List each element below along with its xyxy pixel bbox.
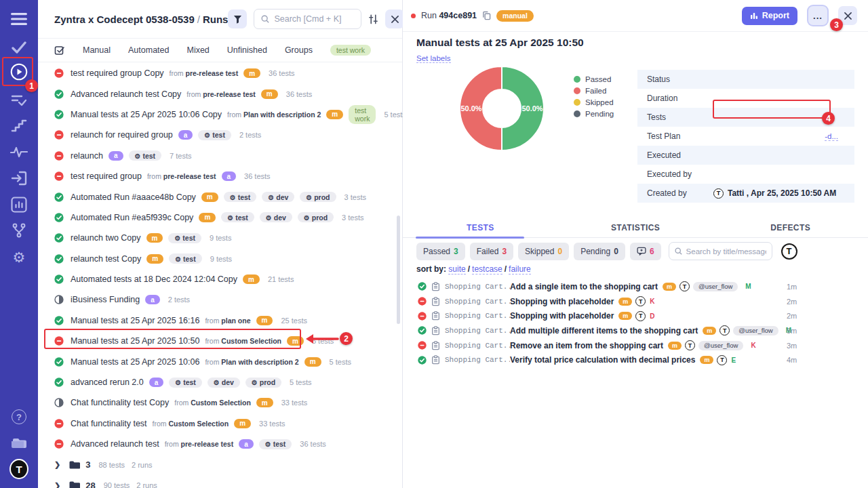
report-button[interactable]: Report [742,7,797,25]
sort-failure-link[interactable]: failure [509,264,531,274]
filter-chip-passed[interactable]: Passed 3 [416,243,465,260]
env-chip: ⚙ test [169,378,202,388]
chip-count: 3 [454,247,458,256]
copy-run-id-icon[interactable] [482,11,491,20]
tab-automated[interactable]: Automated [128,45,169,55]
assignee-avatar-t[interactable]: T [781,243,797,260]
adjustments-icon[interactable] [368,14,378,24]
select-runs-icon[interactable] [54,45,65,56]
passed-icon [54,274,64,284]
test-plan-link[interactable]: -d... [825,132,838,141]
chevron-right-icon[interactable]: ❯ [54,460,60,469]
test-row[interactable]: Shopping Cart...Remove an item from the … [403,338,868,353]
comment-count: 6 [650,247,654,256]
in-progress-icon [54,295,64,304]
run-list-item[interactable]: Advanced relaunch test Copyfrom pre-rele… [38,83,402,104]
run-list-item[interactable]: test required groupfrom pre-release test… [38,166,402,186]
filter-button[interactable] [228,9,247,28]
env-chip: ⚙ test [129,150,162,161]
help-icon[interactable]: ? [9,407,28,426]
run-from: from pre-release test [165,440,234,448]
branch-icon[interactable] [9,221,28,240]
tests-search[interactable] [669,242,772,260]
filter-chip-pending[interactable]: Pending 0 [574,243,625,260]
run-list-item[interactable]: advanced rerun 2.0a⚙ test⚙ dev⚙ prod5 te… [38,372,402,392]
run-list-item[interactable]: Manual tests at 25 Apr 2025 10:50from Cu… [38,331,402,351]
tab-tests[interactable]: TESTS [403,220,558,237]
tab-defects[interactable]: DEFECTS [713,220,868,237]
avatar-t[interactable]: T [9,460,28,479]
test-row[interactable]: Shopping Cart...Shopping with placeholde… [403,308,868,323]
scrollbar-thumb[interactable] [397,216,400,324]
steps-icon[interactable] [9,116,28,135]
breadcrumb-separator: / [195,14,203,25]
run-list-item[interactable]: relaunch two Copym⚙ test9 tests [38,228,402,248]
run-list-item[interactable]: relaunch test Copym⚙ test9 tests [38,249,402,269]
run-list-item[interactable]: Automated Run #aaace48b Copym⚙ test⚙ dev… [38,186,402,207]
comments-filter-chip[interactable]: 6 [630,243,661,260]
run-list-item[interactable]: Manual tests at 25 Apr 2025 10:06from Pl… [38,351,402,371]
run-title: test required group [71,171,142,181]
close-runs-panel-button[interactable] [385,9,404,28]
info-label: Created by [647,188,687,198]
run-list-item[interactable]: Chat functinality testfrom Custom Select… [38,413,402,434]
run-list-item[interactable]: Automated Run #ea5f939c Copym⚙ test⚙ dev… [38,207,402,228]
close-detail-button[interactable] [838,6,857,25]
test-row[interactable]: Shopping Cart...Add a single item to the… [403,279,868,294]
run-list-item[interactable]: relaunch for required groupa⚙ test2 test… [38,125,402,145]
run-list-item[interactable]: Chat functinality test Copyfrom Custom S… [38,392,402,413]
tab-mixed[interactable]: Mixed [186,45,209,55]
run-list-item[interactable]: iBusiness Fundinga2 tests [38,289,402,310]
menu-icon[interactable] [9,9,28,28]
set-labels-link[interactable]: Set labels [416,54,451,63]
created-by-value: TTatti , Apr 25, 2025 10:50 AM [713,188,836,199]
legend-label: Failed [585,87,606,95]
chevron-right-icon[interactable]: ❯ [54,481,60,488]
test-row[interactable]: Shopping Cart...Add multiple different i… [403,323,868,338]
test-work-badge[interactable]: test work [330,45,371,56]
gear-icon: ⚙ [268,194,274,201]
info-label: Test Plan [647,131,680,141]
gear-icon[interactable]: ⚙ [9,247,28,266]
sort-suite-link[interactable]: suite [448,264,465,274]
folder-icon[interactable] [9,434,28,453]
sort-testcase-link[interactable]: testcase [472,264,502,274]
chart-legend: PassedFailedSkippedPending [574,73,614,119]
run-list-item[interactable]: Manual tests at 25 Apr 2025 10:06 Copyfr… [38,104,402,125]
filter-chip-skipped[interactable]: Skipped 0 [518,243,569,260]
list-check-icon[interactable] [9,91,28,110]
tab-unfinished[interactable]: Unfinished [227,45,267,55]
filter-chip-failed[interactable]: Failed 3 [470,243,513,260]
bar-chart-icon[interactable] [9,195,28,214]
run-type-badge: m [287,336,304,346]
test-row[interactable]: Shopping Cart...Shopping with placeholde… [403,294,868,309]
tab-groups[interactable]: Groups [285,45,313,55]
donut-label-passed: 50.0% [521,104,542,113]
runs-search-input[interactable] [274,14,354,24]
tab-manual[interactable]: Manual [83,45,111,55]
run-folder-row[interactable]: ❯388 tests2 runs [38,454,402,474]
run-list-item[interactable]: relauncha⚙ test7 tests [38,146,402,166]
run-list-item[interactable]: Manual tests at 25 Apr 2025 16:16from pl… [38,310,402,331]
run-list-item[interactable]: Automated tests at 18 Dec 2024 12:04 Cop… [38,269,402,289]
run-folder-row[interactable]: ❯2890 tests2 runs [38,475,402,488]
test-row[interactable]: Shopping Cart...Verify total price calcu… [403,352,868,367]
run-type-badge: m [234,419,251,428]
more-actions-button[interactable]: ... [808,6,827,25]
tab-statistics[interactable]: STATISTICS [558,220,713,237]
reporter-avatar-t: T [635,311,646,321]
runs-search[interactable] [254,9,361,29]
play-circle-icon[interactable] [9,62,28,81]
tests-search-input[interactable] [686,247,766,256]
results-donut-chart: 50.0% 50.0% [454,61,549,156]
failed-icon [418,297,427,306]
activity-icon[interactable] [9,142,28,161]
run-list-item[interactable]: test required group Copyfrom pre-release… [38,63,402,83]
check-icon[interactable] [9,38,28,57]
sign-in-icon[interactable] [9,169,28,188]
close-icon [391,16,399,23]
run-title: Automated Run #ea5f939c Copy [71,213,193,222]
run-list-item[interactable]: Advanced relaunch testfrom pre-release t… [38,434,402,454]
folder-name: 28 [85,481,95,488]
failed-icon [54,336,64,346]
